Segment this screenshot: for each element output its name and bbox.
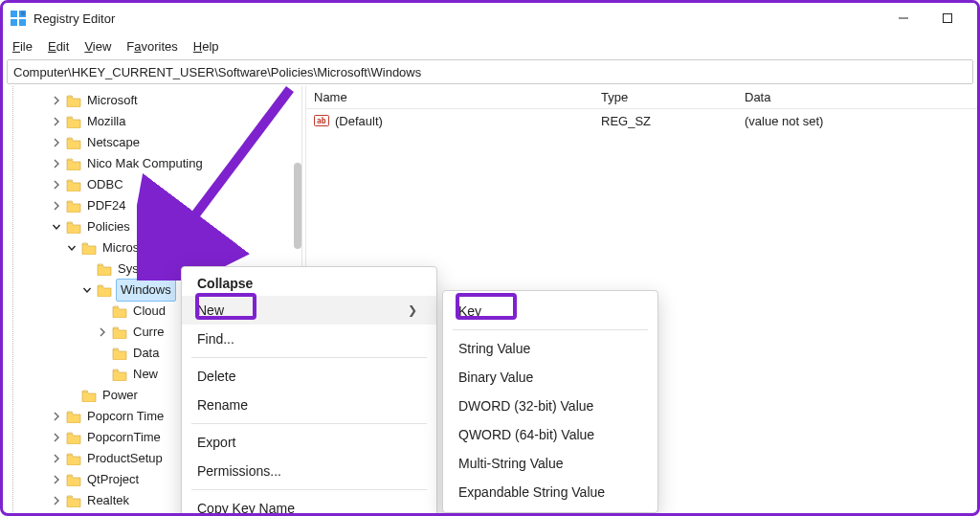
submenu-item-key[interactable]: Key bbox=[443, 297, 657, 325]
menu-view[interactable]: View bbox=[84, 39, 111, 54]
folder-icon bbox=[97, 283, 112, 297]
folder-icon bbox=[112, 325, 127, 339]
svg-text:ab: ab bbox=[317, 117, 326, 125]
chevron-right-icon[interactable] bbox=[49, 451, 64, 466]
tree-node[interactable]: Netscape bbox=[3, 132, 301, 153]
svg-rect-0 bbox=[11, 11, 17, 17]
tree-node[interactable]: ODBC bbox=[3, 174, 301, 195]
context-menu-item-label: Rename bbox=[197, 397, 248, 413]
chevron-down-icon[interactable] bbox=[49, 219, 64, 235]
tree-node[interactable]: Microsoft bbox=[3, 90, 301, 111]
context-menu-item-label: Delete bbox=[197, 369, 235, 384]
context-menu-item-delete[interactable]: Delete bbox=[182, 362, 436, 391]
col-header-type[interactable]: Type bbox=[593, 90, 737, 104]
svg-rect-6 bbox=[944, 14, 952, 23]
context-menu-item-label: New bbox=[197, 303, 224, 318]
submenu-item-dword-32-bit-value[interactable]: DWORD (32-bit) Value bbox=[443, 392, 657, 420]
chevron-right-icon[interactable] bbox=[49, 114, 64, 129]
submenu-item-qword-64-bit-value[interactable]: QWORD (64-bit) Value bbox=[443, 420, 657, 449]
tree-node-label: Curre bbox=[131, 322, 167, 343]
value-type: REG_SZ bbox=[593, 114, 737, 128]
titlebar: Registry Editor bbox=[3, 3, 977, 34]
folder-icon bbox=[112, 304, 127, 318]
chevron-right-icon[interactable] bbox=[49, 198, 64, 213]
tree-node-label: Policies bbox=[85, 216, 132, 237]
folder-icon bbox=[66, 136, 81, 149]
chevron-down-icon[interactable] bbox=[79, 282, 95, 298]
tree-node-label: Realtek bbox=[85, 490, 131, 511]
folder-icon bbox=[66, 473, 81, 486]
chevron-right-icon[interactable] bbox=[49, 409, 64, 424]
value-data: (value not set) bbox=[737, 114, 977, 128]
chevron-right-icon[interactable] bbox=[49, 177, 64, 192]
menu-edit[interactable]: Edit bbox=[48, 39, 69, 54]
context-menu-collapse[interactable]: Collapse bbox=[182, 273, 436, 296]
tree-node[interactable]: Mozilla bbox=[3, 111, 301, 132]
menu-favorites[interactable]: Favorites bbox=[126, 39, 177, 54]
context-menu-item-find[interactable]: Find... bbox=[182, 325, 436, 353]
menubar: File Edit View Favorites Help bbox=[3, 34, 977, 58]
folder-icon bbox=[81, 389, 97, 402]
minimize-button[interactable] bbox=[881, 3, 925, 34]
context-menu-item-rename[interactable]: Rename bbox=[182, 391, 436, 419]
address-bar[interactable]: Computer\HKEY_CURRENT_USER\Software\Poli… bbox=[7, 59, 973, 84]
chevron-right-icon[interactable] bbox=[49, 472, 64, 487]
tree-node[interactable]: Microsoft bbox=[3, 237, 301, 258]
tree-node[interactable]: PDF24 bbox=[3, 195, 301, 216]
tree-node-label: New bbox=[131, 364, 160, 385]
context-menu-item-new[interactable]: New❯ bbox=[182, 296, 436, 325]
chevron-right-icon[interactable] bbox=[49, 493, 64, 508]
address-path: Computer\HKEY_CURRENT_USER\Software\Poli… bbox=[13, 65, 421, 79]
tree-node-label: Windows bbox=[116, 279, 176, 302]
tree-node-label: PopcornTime bbox=[85, 427, 163, 448]
context-menu-item-export[interactable]: Export bbox=[182, 428, 436, 457]
chevron-right-icon[interactable] bbox=[95, 325, 110, 340]
chevron-right-icon[interactable] bbox=[49, 93, 64, 108]
tree-node-label: ProductSetup bbox=[85, 448, 165, 469]
svg-rect-3 bbox=[19, 19, 26, 26]
svg-rect-2 bbox=[11, 19, 17, 26]
tree-node[interactable]: Policies bbox=[3, 216, 301, 237]
tree-node-label: QtProject bbox=[85, 469, 141, 490]
maximize-button[interactable] bbox=[925, 3, 969, 34]
submenu-item-multi-string-value[interactable]: Multi-String Value bbox=[443, 449, 657, 478]
list-row[interactable]: ab (Default) REG_SZ (value not set) bbox=[306, 109, 977, 132]
chevron-right-icon[interactable] bbox=[49, 156, 64, 171]
submenu-item-string-value[interactable]: String Value bbox=[443, 334, 657, 363]
scrollbar-thumb[interactable] bbox=[294, 163, 301, 249]
col-header-data[interactable]: Data bbox=[737, 90, 977, 104]
registry-editor-window: Registry Editor File Edit View Favorites… bbox=[0, 0, 980, 516]
value-name: (Default) bbox=[335, 114, 383, 128]
tree-node[interactable]: Nico Mak Computing bbox=[3, 153, 301, 174]
submenu-item-expandable-string-value[interactable]: Expandable String Value bbox=[443, 478, 657, 506]
folder-icon bbox=[112, 368, 127, 381]
window-title: Registry Editor bbox=[33, 11, 115, 26]
col-header-name[interactable]: Name bbox=[306, 90, 593, 104]
tree-node-label: Power bbox=[100, 385, 140, 406]
context-menu-item-label: Permissions... bbox=[197, 463, 281, 479]
folder-icon bbox=[66, 157, 81, 170]
submenu-item-label: String Value bbox=[458, 341, 530, 356]
tree-node-label: Microsoft bbox=[100, 237, 155, 258]
app-icon bbox=[11, 11, 26, 26]
folder-icon bbox=[66, 178, 81, 191]
tree-node-label: Nico Mak Computing bbox=[85, 153, 205, 174]
chevron-right-icon: ❯ bbox=[408, 303, 417, 317]
context-menu-item-label: Copy Key Name bbox=[197, 501, 295, 516]
tree-node-label: Mozilla bbox=[85, 111, 127, 132]
list-header: Name Type Data bbox=[306, 86, 977, 109]
submenu-item-label: Binary Value bbox=[458, 370, 533, 385]
menu-help[interactable]: Help bbox=[193, 39, 219, 54]
folder-icon bbox=[66, 410, 81, 423]
tree-node-label: Microsoft bbox=[85, 90, 140, 111]
menu-file[interactable]: File bbox=[12, 39, 33, 54]
chevron-down-icon[interactable] bbox=[64, 240, 79, 256]
chevron-right-icon[interactable] bbox=[49, 135, 64, 150]
svg-point-4 bbox=[21, 11, 26, 16]
context-menu: CollapseNew❯Find...DeleteRenameExportPer… bbox=[181, 266, 437, 516]
chevron-right-icon[interactable] bbox=[49, 430, 64, 445]
folder-icon bbox=[97, 262, 112, 276]
context-menu-item-copy-key-name[interactable]: Copy Key Name bbox=[182, 494, 436, 516]
context-menu-item-permissions[interactable]: Permissions... bbox=[182, 457, 436, 485]
submenu-item-binary-value[interactable]: Binary Value bbox=[443, 363, 657, 392]
